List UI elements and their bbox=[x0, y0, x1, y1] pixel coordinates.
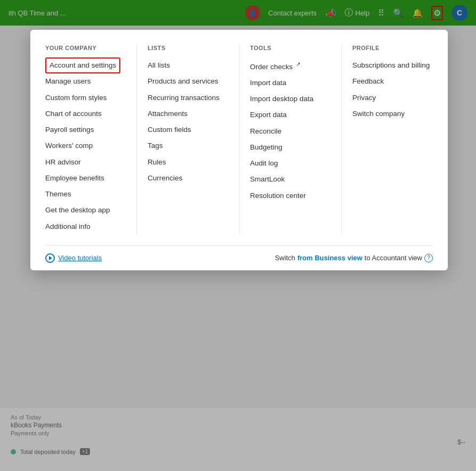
export-data-link[interactable]: Export data bbox=[250, 107, 331, 123]
modal-footer: Video tutorials Switch from Business vie… bbox=[45, 245, 433, 270]
import-desktop-data-link[interactable]: Import desktop data bbox=[250, 91, 331, 107]
audit-log-link[interactable]: Audit log bbox=[250, 155, 331, 171]
import-data-link[interactable]: Import data bbox=[250, 75, 331, 91]
reconcile-link[interactable]: Reconcile bbox=[250, 123, 331, 139]
tools-column: TOOLS Order checks ↗ Import data Import … bbox=[250, 45, 342, 235]
custom-fields-link[interactable]: Custom fields bbox=[147, 122, 228, 138]
get-desktop-app-link[interactable]: Get the desktop app bbox=[45, 202, 126, 218]
switch-company-link[interactable]: Switch company bbox=[352, 106, 433, 122]
rules-link[interactable]: Rules bbox=[147, 154, 228, 170]
feedback-link[interactable]: Feedback bbox=[352, 73, 433, 89]
order-checks-link[interactable]: Order checks ↗ bbox=[250, 57, 331, 75]
privacy-link[interactable]: Privacy bbox=[352, 90, 433, 106]
workers-comp-link[interactable]: Workers' comp bbox=[45, 138, 126, 154]
switch-text-pre: Switch bbox=[275, 254, 295, 262]
lists-column: LISTS All lists Products and services Re… bbox=[147, 45, 239, 235]
switch-from-label: from Business view bbox=[297, 254, 362, 262]
all-lists-link[interactable]: All lists bbox=[147, 57, 228, 73]
profile-header: PROFILE bbox=[352, 45, 433, 51]
modal-columns: YOUR COMPANY Account and settings Manage… bbox=[45, 45, 433, 235]
subscriptions-billing-link[interactable]: Subscriptions and billing bbox=[352, 57, 433, 73]
products-services-link[interactable]: Products and services bbox=[147, 73, 228, 89]
video-tutorials-label: Video tutorials bbox=[58, 254, 102, 262]
switch-help-icon[interactable]: ? bbox=[424, 254, 433, 262]
custom-form-styles-link[interactable]: Custom form styles bbox=[45, 90, 126, 106]
lists-header: LISTS bbox=[147, 45, 228, 51]
switch-to-label: to Accountant view bbox=[365, 254, 422, 262]
currencies-link[interactable]: Currencies bbox=[147, 170, 228, 186]
smartlook-link[interactable]: SmartLook bbox=[250, 171, 331, 187]
settings-modal: YOUR COMPANY Account and settings Manage… bbox=[30, 30, 448, 270]
budgeting-link[interactable]: Budgeting bbox=[250, 139, 331, 155]
switch-from-link[interactable]: from Business view bbox=[297, 254, 362, 262]
payroll-settings-link[interactable]: Payroll settings bbox=[45, 122, 126, 138]
manage-users-link[interactable]: Manage users bbox=[45, 73, 126, 89]
your-company-column: YOUR COMPANY Account and settings Manage… bbox=[45, 45, 137, 235]
attachments-link[interactable]: Attachments bbox=[147, 106, 228, 122]
video-tutorials-link[interactable]: Video tutorials bbox=[45, 253, 102, 263]
tools-header: TOOLS bbox=[250, 45, 331, 51]
account-settings-link[interactable]: Account and settings bbox=[45, 57, 120, 73]
hr-advisor-link[interactable]: HR advisor bbox=[45, 154, 126, 170]
your-company-header: YOUR COMPANY bbox=[45, 45, 126, 51]
themes-link[interactable]: Themes bbox=[45, 186, 126, 202]
external-link-icon: ↗ bbox=[296, 61, 300, 67]
resolution-center-link[interactable]: Resolution center bbox=[250, 188, 331, 204]
recurring-transactions-link[interactable]: Recurring transactions bbox=[147, 90, 228, 106]
profile-column: PROFILE Subscriptions and billing Feedba… bbox=[352, 45, 433, 235]
additional-info-link[interactable]: Additional info bbox=[45, 219, 126, 235]
play-triangle bbox=[49, 256, 52, 260]
play-icon bbox=[45, 253, 55, 263]
employee-benefits-link[interactable]: Employee benefits bbox=[45, 170, 126, 186]
tags-link[interactable]: Tags bbox=[147, 138, 228, 154]
switch-view: Switch from Business view to Accountant … bbox=[275, 254, 433, 262]
chart-of-accounts-link[interactable]: Chart of accounts bbox=[45, 106, 126, 122]
